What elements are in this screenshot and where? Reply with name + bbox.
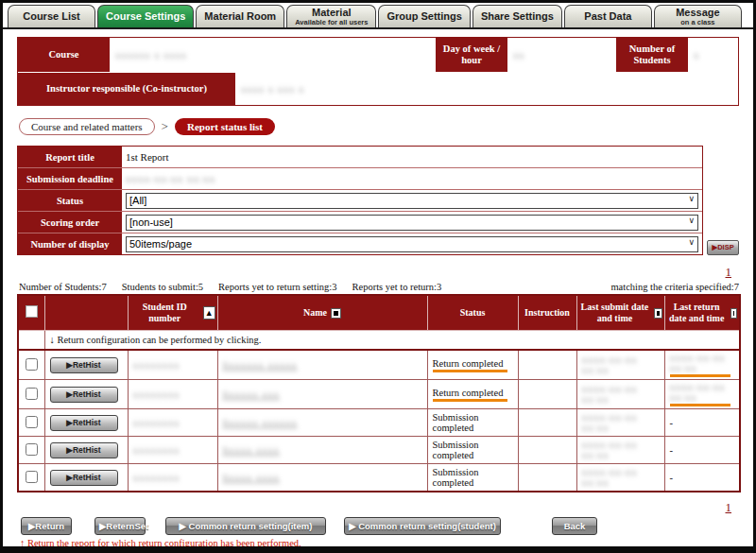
row-checkbox-cell: [18, 409, 44, 437]
rethist-button[interactable]: ▶RetHist: [50, 470, 118, 486]
page: Course List Course Settings Material Roo…: [0, 0, 756, 553]
number-of-display-label: Number of display: [18, 233, 122, 254]
tab-material[interactable]: Material Available for all users: [286, 5, 376, 27]
course-info-table: Course xxxxxx x xxxx Day of week / hour …: [17, 37, 739, 106]
student-id-masked: xxxxxxxx: [133, 473, 180, 483]
last-submit-cell: xxxx-xx-xx xx:xx: [576, 409, 664, 437]
rethist-button[interactable]: ▶RetHist: [50, 357, 118, 373]
student-id-masked: xxxxxxxx: [133, 445, 180, 456]
last-return-cell: xxxx-xx-xx xx:xx: [664, 380, 740, 409]
submission-deadline-label: Submission deadline: [18, 168, 122, 189]
status-cell: Return completed: [427, 350, 518, 380]
last-submit-masked: xxxx-xx-xx xx:xx: [582, 354, 638, 375]
breadcrumb-course-related-matters[interactable]: Course and related matters: [19, 118, 155, 135]
select-all-checkbox-icon[interactable]: [26, 305, 38, 318]
status-select[interactable]: [All]: [126, 193, 698, 209]
status-cell: Return completed: [427, 380, 518, 409]
report-title-label: Report title: [18, 147, 122, 167]
summary-students-to-submit: Students to submit:5: [122, 282, 203, 292]
retern-set-button[interactable]: ▶ReternSet: [94, 517, 146, 535]
row-checkbox[interactable]: [26, 388, 38, 400]
pagination-top: 1: [17, 263, 739, 280]
student-id-masked: xxxxxxxx: [133, 389, 180, 400]
instructor-value-cell: xxxx x xxx x: [235, 73, 738, 105]
breadcrumb-report-status-list: Report status list: [175, 118, 275, 135]
tab-material-room[interactable]: Material Room: [196, 5, 284, 27]
last-return-header[interactable]: Last return date and time: [664, 295, 740, 331]
return-button[interactable]: ▶Return: [21, 517, 72, 535]
common-return-setting-student-button[interactable]: ▶ Common return setting(student): [344, 517, 501, 535]
sort-toggle-icon[interactable]: [654, 308, 662, 319]
instruction-cell: [518, 380, 576, 409]
rethist-cell: ▶RetHist: [44, 409, 128, 437]
row-checkbox[interactable]: [26, 443, 38, 456]
common-return-setting-item-button[interactable]: ▶ Common return setting(item): [165, 517, 326, 535]
tab-group-settings[interactable]: Group Settings: [378, 5, 470, 27]
tab-message[interactable]: Message on a class: [654, 5, 742, 27]
rethist-cell: ▶RetHist: [44, 464, 128, 493]
tab-label: Course List: [16, 11, 87, 23]
tab-share-settings[interactable]: Share Settings: [472, 5, 562, 27]
row-checkbox[interactable]: [26, 471, 38, 483]
summary-number-of-students: Number of Students:7: [19, 282, 107, 292]
report-title-value: 1st Report: [122, 147, 702, 167]
pagination-bottom: 1: [17, 498, 739, 515]
name-cell: Sxxxx xxxx: [217, 437, 427, 464]
scoring-order-label: Scoring order: [18, 212, 122, 233]
student-id-cell: xxxxxxxx: [128, 409, 217, 437]
status-text: Return completed: [433, 388, 504, 398]
instruction-cell: [518, 350, 576, 380]
student-name-link[interactable]: Sxxxx xxxx: [223, 445, 280, 456]
last-submit-cell: xxxx-xx-xx xx:xx: [576, 437, 664, 464]
sort-toggle-icon[interactable]: [730, 308, 737, 319]
footer-note: ↑ Return the report for which return con…: [20, 538, 739, 548]
scoring-order-select[interactable]: [non-use]: [126, 215, 698, 231]
rethist-cell: ▶RetHist: [44, 437, 128, 464]
select-all-header[interactable]: [18, 295, 44, 331]
name-header[interactable]: Name: [217, 295, 427, 331]
last-return-value: xxxx-xx-xx xx:xx: [670, 353, 726, 373]
summary-matching-criteria: matching the criteria specified:7: [610, 282, 739, 292]
rethist-column-header: [44, 295, 128, 331]
sort-toggle-icon[interactable]: [331, 308, 341, 319]
student-name-link[interactable]: Sxxxxx xxx: [223, 389, 280, 400]
summary-reports-yet-to-return-setting: Reports yet to return setting:3: [218, 282, 336, 292]
row-checkbox[interactable]: [26, 416, 38, 428]
rethist-button[interactable]: ▶RetHist: [50, 415, 118, 431]
status-text: Return completed: [433, 358, 504, 369]
name-cell: Sxxxxx xxxxxx: [217, 409, 427, 437]
last-submit-cell: xxxx-xx-xx xx:xx: [576, 380, 664, 409]
day-of-week-value-masked: xx: [513, 50, 525, 60]
tab-course-settings[interactable]: Course Settings: [97, 5, 194, 27]
status-select-wrap: [All]: [126, 193, 698, 209]
page-1-link-top[interactable]: 1: [726, 265, 732, 279]
row-checkbox[interactable]: [26, 358, 38, 371]
last-submit-header[interactable]: Last submit date and time: [576, 295, 664, 331]
day-of-week-label: Day of week / hour: [436, 38, 507, 72]
rethist-button[interactable]: ▶RetHist: [50, 387, 118, 403]
instructor-label: Instructor responsible (Co-instructor): [18, 73, 235, 105]
return-completed-underline: [433, 399, 508, 402]
last-submit-masked: xxxx-xx-xx xx:xx: [582, 384, 638, 405]
report-status-table: Student ID number▲ Name Status Instructi…: [17, 294, 741, 493]
disp-button[interactable]: ▶DISP: [707, 240, 739, 255]
student-id-masked: xxxxxxxx: [133, 418, 180, 428]
tab-past-data[interactable]: Past Data: [564, 5, 652, 27]
student-id-header[interactable]: Student ID number▲: [128, 295, 217, 331]
tab-course-list[interactable]: Course List: [8, 5, 95, 27]
number-of-display-select[interactable]: 50items/page: [126, 236, 698, 252]
student-name-link[interactable]: Sxxxxxx xxxxx: [223, 360, 298, 371]
rethist-button[interactable]: ▶RetHist: [50, 442, 118, 458]
name-cell: Sxxxx xxxx: [217, 464, 427, 493]
student-name-link[interactable]: Sxxxxx xxxxxx: [223, 418, 298, 428]
student-name-link[interactable]: Sxxxx xxxx: [223, 473, 280, 483]
page-1-link-bottom[interactable]: 1: [726, 500, 732, 514]
return-date-underline: [670, 374, 730, 377]
sort-ascending-icon[interactable]: ▲: [203, 306, 215, 320]
last-submit-cell: xxxx-xx-xx xx:xx: [576, 350, 664, 380]
student-id-cell: xxxxxxxx: [128, 350, 217, 380]
back-button[interactable]: Back: [552, 517, 597, 535]
summary-line: Number of Students:7 Students to submit:…: [19, 282, 739, 292]
breadcrumb-separator: >: [162, 119, 168, 134]
return-date-underline: [670, 404, 730, 406]
